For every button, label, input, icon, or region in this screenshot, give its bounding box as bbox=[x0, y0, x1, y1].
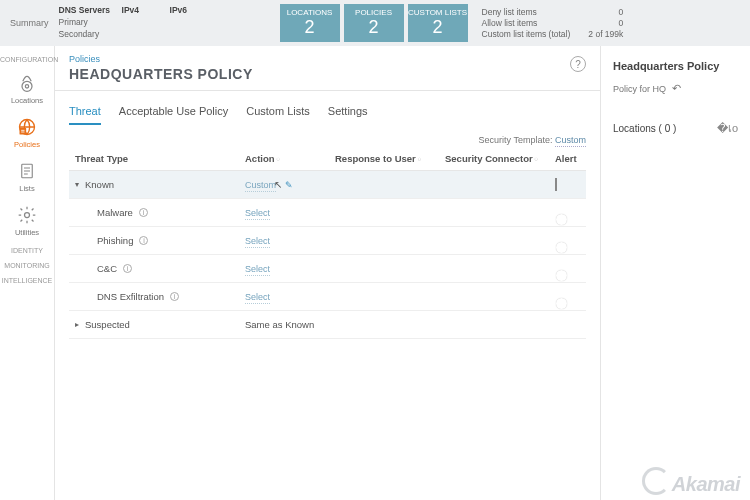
col-alert[interactable]: Alert bbox=[555, 153, 615, 164]
summary-label: Summary bbox=[10, 18, 49, 28]
metric-boxes: LOCATIONS 2 POLICIES 2 CUSTOM LISTS 2 bbox=[280, 4, 468, 42]
locations-icon bbox=[17, 73, 37, 93]
secondary-label: Secondary bbox=[59, 29, 114, 41]
help-icon[interactable]: ? bbox=[570, 56, 586, 72]
info-icon[interactable]: i bbox=[123, 264, 132, 273]
action-select[interactable]: Select bbox=[245, 292, 270, 304]
sidebar-item-locations[interactable]: Locations bbox=[0, 67, 54, 111]
tab-custom-lists[interactable]: Custom Lists bbox=[246, 105, 310, 125]
summary-bar: Summary DNS Servers IPv4 IPv6 Primary Se… bbox=[0, 0, 750, 46]
primary-label: Primary bbox=[59, 17, 114, 29]
dns-servers-label: DNS Servers bbox=[59, 5, 114, 17]
metric-locations[interactable]: LOCATIONS 2 bbox=[280, 4, 340, 42]
cursor-icon: ↖ bbox=[274, 179, 282, 190]
deny-value: 0 bbox=[588, 7, 623, 17]
metric-label: POLICIES bbox=[355, 8, 392, 17]
row-label: C&C bbox=[97, 263, 117, 274]
undo-icon[interactable]: ↶ bbox=[672, 82, 681, 95]
sidebar-item-label: Lists bbox=[19, 184, 34, 193]
metric-value: 2 bbox=[305, 17, 315, 38]
sidebar-section-identity: IDENTITY bbox=[0, 243, 54, 258]
svg-point-1 bbox=[25, 85, 28, 88]
info-icon[interactable]: i bbox=[139, 208, 148, 217]
sidebar-item-label: Policies bbox=[14, 140, 40, 149]
metric-value: 2 bbox=[433, 17, 443, 38]
custom-label: Custom list items (total) bbox=[482, 29, 571, 39]
sidebar-item-label: Locations bbox=[11, 96, 43, 105]
action-select[interactable]: Select bbox=[245, 208, 270, 220]
row-label: Known bbox=[85, 179, 114, 190]
tab-settings[interactable]: Settings bbox=[328, 105, 368, 125]
breadcrumb[interactable]: Policies bbox=[69, 54, 586, 64]
metric-value: 2 bbox=[369, 17, 379, 38]
sidebar-item-lists[interactable]: Lists bbox=[0, 155, 54, 199]
row-known[interactable]: ▾Known Custom↖✎ bbox=[69, 171, 586, 199]
col-action[interactable]: Action bbox=[245, 153, 335, 164]
row-label: DNS Exfiltration bbox=[97, 291, 164, 302]
policies-icon bbox=[17, 117, 37, 137]
caret-down-icon[interactable]: ▾ bbox=[75, 180, 79, 189]
row-phishing: Phishing i Select bbox=[69, 227, 586, 255]
info-icon[interactable]: i bbox=[170, 292, 179, 301]
brand-watermark: Akamai bbox=[642, 467, 740, 496]
svg-rect-3 bbox=[20, 128, 27, 135]
row-dns-exfiltration: DNS Exfiltration i Select bbox=[69, 283, 586, 311]
edit-icon[interactable]: ✎ bbox=[285, 180, 293, 190]
action-text: Same as Known bbox=[245, 319, 335, 330]
link-icon[interactable]: �เo bbox=[717, 119, 738, 137]
ipv6-label: IPv6 bbox=[170, 5, 200, 17]
svg-point-0 bbox=[22, 81, 32, 91]
metric-policies[interactable]: POLICIES 2 bbox=[344, 4, 404, 42]
sidebar-section-configuration: CONFIGURATION bbox=[0, 52, 54, 67]
allow-value: 0 bbox=[588, 18, 623, 28]
col-response[interactable]: Response to User bbox=[335, 153, 445, 164]
rpanel-locations[interactable]: Locations ( 0 ) �เo bbox=[613, 119, 738, 137]
rpanel-locations-label: Locations ( 0 ) bbox=[613, 123, 676, 134]
tab-threat[interactable]: Threat bbox=[69, 105, 101, 125]
row-suspected[interactable]: ▸Suspected Same as Known bbox=[69, 311, 586, 339]
rpanel-desc-text: Policy for HQ bbox=[613, 84, 666, 94]
rpanel-desc: Policy for HQ ↶ bbox=[613, 82, 738, 95]
action-select[interactable]: Select bbox=[245, 264, 270, 276]
list-stats: Deny list items0 Allow list items0 Custo… bbox=[482, 7, 624, 39]
rpanel-title: Headquarters Policy bbox=[613, 60, 738, 72]
row-label: Malware bbox=[97, 207, 133, 218]
right-panel: Headquarters Policy Policy for HQ ↶ Loca… bbox=[600, 46, 750, 500]
security-template: Security Template: Custom bbox=[69, 135, 586, 145]
action-select[interactable]: Custom bbox=[245, 180, 276, 192]
ipv4-label: IPv4 bbox=[122, 5, 162, 17]
lists-icon bbox=[17, 161, 37, 181]
row-cc: C&C i Select bbox=[69, 255, 586, 283]
main: Policies HEADQUARTERS POLICY ? Threat Ac… bbox=[55, 46, 750, 500]
metric-custom-lists[interactable]: CUSTOM LISTS 2 bbox=[408, 4, 468, 42]
col-threat-type[interactable]: Threat Type bbox=[75, 153, 245, 164]
security-template-label: Security Template: bbox=[479, 135, 553, 145]
tab-aup[interactable]: Acceptable Use Policy bbox=[119, 105, 228, 125]
custom-value: 2 of 199k bbox=[588, 29, 623, 39]
sidebar-item-policies[interactable]: Policies bbox=[0, 111, 54, 155]
svg-point-5 bbox=[25, 213, 30, 218]
allow-label: Allow list items bbox=[482, 18, 571, 28]
sidebar-section-intelligence: INTELLIGENCE bbox=[0, 273, 54, 288]
sidebar-item-label: Utilities bbox=[15, 228, 39, 237]
row-label: Phishing bbox=[97, 235, 133, 246]
page-title: HEADQUARTERS POLICY bbox=[69, 66, 586, 82]
tabs: Threat Acceptable Use Policy Custom List… bbox=[69, 105, 586, 125]
metric-label: LOCATIONS bbox=[287, 8, 333, 17]
table-header: Threat Type Action Response to User Secu… bbox=[69, 145, 586, 171]
content: Policies HEADQUARTERS POLICY ? Threat Ac… bbox=[55, 46, 600, 500]
security-template-value[interactable]: Custom bbox=[555, 135, 586, 147]
col-connector[interactable]: Security Connector bbox=[445, 153, 555, 164]
sidebar: CONFIGURATION Locations Policies Lists U… bbox=[0, 46, 55, 500]
sidebar-item-utilities[interactable]: Utilities bbox=[0, 199, 54, 243]
gear-icon bbox=[17, 205, 37, 225]
action-select[interactable]: Select bbox=[245, 236, 270, 248]
dns-block: DNS Servers IPv4 IPv6 Primary Secondary bbox=[59, 5, 200, 41]
deny-label: Deny list items bbox=[482, 7, 571, 17]
caret-right-icon[interactable]: ▸ bbox=[75, 320, 79, 329]
info-icon[interactable]: i bbox=[139, 236, 148, 245]
alert-checkbox[interactable] bbox=[555, 178, 557, 191]
sidebar-section-monitoring: MONITORING bbox=[0, 258, 54, 273]
row-malware: Malware i Select bbox=[69, 199, 586, 227]
row-label: Suspected bbox=[85, 319, 130, 330]
